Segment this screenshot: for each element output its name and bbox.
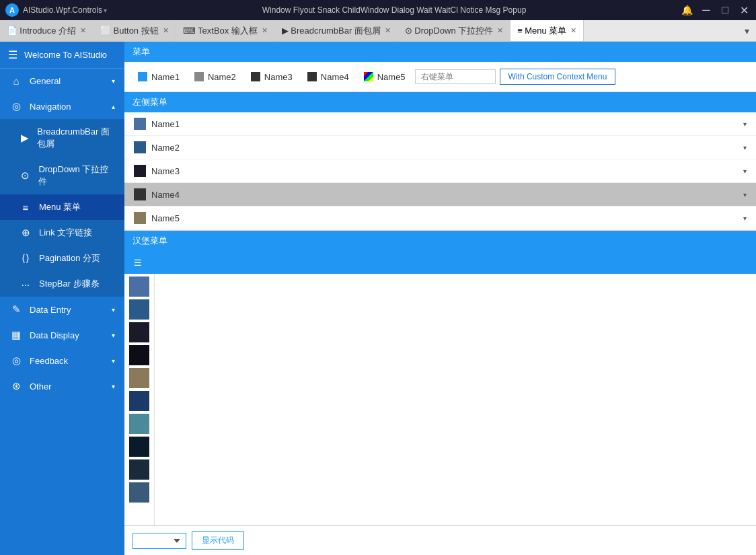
chevron-icon: ▾ [112, 357, 115, 365]
code-select[interactable] [133, 533, 186, 549]
sidebar-item-other[interactable]: ⊛ Other ▾ [0, 373, 124, 399]
thumb-10[interactable] [129, 482, 149, 503]
sidebar-item-data-display[interactable]: ▦ Data Display ▾ [0, 322, 124, 348]
left-menu-item-name3[interactable]: Name3 ▾ [124, 159, 756, 183]
tab-button[interactable]: ⬜ Button 按钮 ✕ [93, 20, 176, 42]
window-title: Window Flyout Snack ChildWindow Dialog W… [107, 5, 681, 15]
left-menu-list: Name1 ▾ Name2 ▾ Name3 ▾ Name4 ▾ Name5 [124, 112, 756, 231]
chevron-icon: ▾ [112, 383, 115, 390]
maximize-button[interactable]: □ [718, 4, 732, 17]
name5-thumb [134, 212, 146, 224]
tab-textbox[interactable]: ⌨ TextBox 输入框 ✕ [176, 20, 275, 42]
menu-item-name2[interactable]: Name2 [189, 70, 241, 84]
tab-more-button[interactable]: ▾ [738, 26, 756, 36]
tab-close-breadcrumb[interactable]: ✕ [385, 26, 391, 35]
app-logo: A [5, 3, 19, 17]
sidebar-item-label: Other [30, 381, 52, 392]
sidebar-item-navigation[interactable]: ◎ Navigation ▴ [0, 94, 124, 119]
name4-icon [307, 72, 317, 81]
menu-search-input[interactable] [415, 69, 496, 84]
tab-dropdown[interactable]: ⊙ DropDown 下拉控件 ✕ [398, 20, 511, 42]
menu-section-title: 菜单 [133, 46, 150, 57]
name1-icon [138, 72, 147, 81]
tab-icon: ⌨ [183, 26, 196, 36]
sidebar-item-general[interactable]: ⌂ General ▾ [0, 69, 124, 94]
tab-introduce[interactable]: 📄 Introduce 介绍 ✕ [0, 20, 93, 42]
thumb-7[interactable] [129, 414, 149, 434]
sidebar-item-breadcrumb[interactable]: ▶ BreadcrumbBar 面包屑 [0, 119, 124, 157]
tab-icon: 📄 [7, 26, 17, 36]
thumb-9[interactable] [129, 459, 149, 480]
hamburger-bar[interactable]: ☰ [124, 251, 756, 274]
tab-close-button[interactable]: ✕ [163, 26, 169, 35]
sidebar-item-label: Pagination 分页 [39, 252, 100, 264]
dropdown-icon: ⊙ [19, 170, 32, 182]
tab-icon: ≡ [517, 26, 523, 36]
sidebar-item-label: Feedback [30, 356, 68, 366]
thumb-8[interactable] [129, 437, 149, 457]
sidebar-item-stepbar[interactable]: ··· StepBar 步骤条 [0, 271, 124, 297]
sidebar-item-label: Data Entry [30, 305, 71, 315]
tab-close-menu[interactable]: ✕ [570, 26, 576, 35]
chevron-down-icon: ▾ [743, 168, 747, 175]
bell-icon[interactable]: 🔔 [681, 5, 693, 15]
sidebar-sub-navigation: ▶ BreadcrumbBar 面包屑 ⊙ DropDown 下拉控件 ≡ Me… [0, 119, 124, 297]
left-menu-item-name4[interactable]: Name4 ▾ [124, 183, 756, 207]
tab-menu[interactable]: ≡ Menu 菜单 ✕ [511, 20, 584, 42]
hamburger-section-header: 汉堡菜单 [124, 231, 756, 251]
thumb-4[interactable] [129, 345, 149, 365]
sidebar-item-label: Menu 菜单 [39, 201, 81, 213]
link-icon: ⊕ [19, 227, 32, 239]
sidebar-item-label: Navigation [30, 102, 71, 112]
menu-item-name4[interactable]: Name4 [302, 70, 354, 84]
name2-icon [194, 72, 204, 81]
sidebar-header: ☰ Welcome To AIStudio [0, 42, 124, 69]
tab-breadcrumb[interactable]: ▶ BreadcrumbBar 面包屑 ✕ [275, 20, 398, 42]
close-button[interactable]: ✕ [737, 4, 751, 17]
sidebar-item-link[interactable]: ⊕ Link 文字链接 [0, 220, 124, 246]
left-menu-item-name5[interactable]: Name5 ▾ [124, 207, 756, 230]
custom-context-menu-button[interactable]: With Custom Context Menu [500, 69, 616, 85]
menu-item-name3[interactable]: Name3 [245, 70, 298, 84]
left-menu-item-name2[interactable]: Name2 ▾ [124, 136, 756, 159]
sidebar: ☰ Welcome To AIStudio ⌂ General ▾ ◎ Navi… [0, 42, 124, 555]
sidebar-item-label: BreadcrumbBar 面包屑 [37, 126, 115, 150]
tab-close-textbox[interactable]: ✕ [262, 26, 268, 35]
show-code-button[interactable]: 显示代码 [192, 531, 244, 550]
chevron-icon: ▾ [112, 332, 115, 339]
menu-item-name1[interactable]: Name1 [133, 70, 185, 84]
breadcrumb-icon: ▶ [19, 132, 30, 144]
tab-close-introduce[interactable]: ✕ [80, 26, 86, 35]
data-display-icon: ▦ [9, 329, 23, 341]
tab-close-dropdown[interactable]: ✕ [497, 26, 503, 35]
name2-thumb [134, 141, 146, 153]
thumb-2[interactable] [129, 299, 149, 320]
menu-icon: ≡ [19, 202, 32, 213]
tab-bar: 📄 Introduce 介绍 ✕ ⬜ Button 按钮 ✕ ⌨ TextBox… [0, 20, 756, 42]
name3-icon [251, 72, 260, 81]
app-name: AIStudio.Wpf.Controls [23, 5, 102, 15]
chevron-down-icon: ▾ [743, 120, 747, 128]
sidebar-item-pagination[interactable]: ⟨⟩ Pagination 分页 [0, 246, 124, 271]
left-menu-section-header: 左侧菜单 [124, 92, 756, 112]
sidebar-item-feedback[interactable]: ◎ Feedback ▾ [0, 348, 124, 373]
sidebar-item-dropdown[interactable]: ⊙ DropDown 下拉控件 [0, 157, 124, 194]
sidebar-item-data-entry[interactable]: ✎ Data Entry ▾ [0, 297, 124, 322]
stepbar-icon: ··· [19, 279, 32, 290]
name1-thumb [134, 118, 146, 130]
thumb-3[interactable] [129, 322, 149, 342]
thumb-1[interactable] [129, 276, 149, 297]
hamburger-section-title: 汉堡菜单 [133, 235, 167, 246]
name4-thumb [134, 188, 146, 200]
sidebar-item-label: StepBar 步骤条 [39, 278, 100, 290]
sidebar-hamburger-icon[interactable]: ☰ [8, 48, 17, 61]
other-icon: ⊛ [9, 380, 23, 392]
left-menu-section-title: 左侧菜单 [133, 97, 167, 107]
sidebar-item-label: General [30, 76, 61, 86]
minimize-button[interactable]: ─ [700, 4, 713, 17]
left-menu-item-name1[interactable]: Name1 ▾ [124, 112, 756, 136]
thumb-6[interactable] [129, 391, 149, 411]
menu-item-name5[interactable]: Name5 [358, 70, 411, 84]
sidebar-item-menu[interactable]: ≡ Menu 菜单 [0, 194, 124, 220]
thumb-5[interactable] [129, 368, 149, 388]
